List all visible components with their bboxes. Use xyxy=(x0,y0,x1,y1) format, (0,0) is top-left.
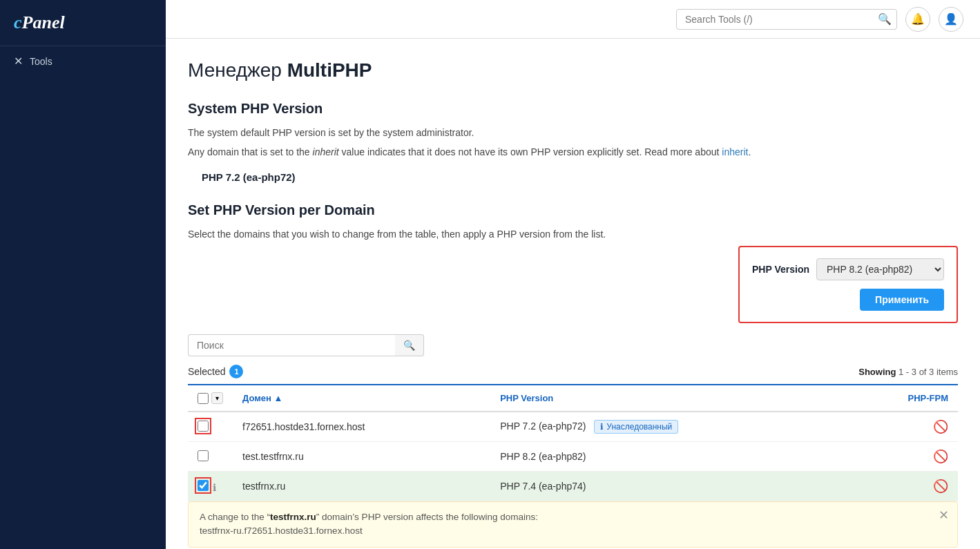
inherit-link[interactable]: inherit xyxy=(722,146,748,157)
system-php-desc1: The system default PHP version is set by… xyxy=(188,125,958,140)
system-php-desc2: Any domain that is set to the inherit va… xyxy=(188,144,958,160)
row1-php: PHP 7.2 (ea-php72) ℹ Унаследованный xyxy=(490,412,849,442)
warning-affected-domains: testfrnx-ru.f72651.hostde31.fornex.host xyxy=(200,526,363,536)
row3-fpm: 🚫 xyxy=(849,472,958,501)
row1-checkbox[interactable] xyxy=(198,421,209,432)
php-version-row: PHP Version PHP 7.2 (ea-php72) PHP 7.4 (… xyxy=(752,258,944,280)
col-check-header: ▾ xyxy=(188,385,233,412)
row1-check-cell xyxy=(188,412,233,442)
row2-fpm: 🚫 xyxy=(849,442,958,472)
row2-php: PHP 8.2 (ea-php82) xyxy=(490,442,849,472)
warning-text-middle: ” domain’s PHP version affects the follo… xyxy=(316,512,538,522)
row3-info-icon: ℹ xyxy=(213,482,216,493)
row1-fpm: 🚫 xyxy=(849,412,958,442)
warning-close-button[interactable]: ✕ xyxy=(939,509,949,521)
sidebar-item-label: Tools xyxy=(30,56,52,67)
fpm-disabled-icon: 🚫 xyxy=(933,479,948,493)
table-search-input[interactable] xyxy=(188,334,395,356)
sidebar-logo: cPanel xyxy=(0,0,166,46)
row3-domain: testfrnx.ru xyxy=(233,472,490,501)
php-version-controls-area: PHP Version PHP 7.2 (ea-php72) PHP 7.4 (… xyxy=(188,246,958,334)
select-all-wrapper: ▾ xyxy=(198,392,223,404)
fpm-disabled-icon: 🚫 xyxy=(933,450,948,463)
table-row: ℹ testfrnx.ru PHP 7.4 (ea-php74) 🚫 xyxy=(188,472,958,501)
row2-checkbox[interactable] xyxy=(198,450,209,461)
row3-checkbox[interactable] xyxy=(198,480,209,491)
tools-icon: ✕ xyxy=(14,55,23,68)
php-version-selector-box: PHP Version PHP 7.2 (ea-php72) PHP 7.4 (… xyxy=(738,246,958,323)
sidebar: cPanel ✕ Tools xyxy=(0,0,166,549)
warning-box: ✕ A change to the “testfrnx.ru” domain’s… xyxy=(188,501,958,548)
bell-icon: 🔔 xyxy=(911,12,925,26)
current-php-version: PHP 7.2 (ea-php72) xyxy=(202,171,958,183)
selected-label-group: Selected 1 xyxy=(188,365,243,378)
php-version-select[interactable]: PHP 7.2 (ea-php72) PHP 7.4 (ea-php74) PH… xyxy=(816,258,944,280)
page-title: Менеджер MultiPHP xyxy=(188,59,958,81)
row3-php: PHP 7.4 (ea-php74) xyxy=(490,472,849,501)
fpm-disabled-icon: 🚫 xyxy=(933,420,948,434)
apply-button[interactable]: Применить xyxy=(860,289,944,311)
domains-table: ▾ Домен ▲ PHP Version PHP-FPM f72651 xyxy=(188,384,958,501)
showing-text: Showing 1 - 3 of 3 items xyxy=(858,367,958,377)
set-php-desc: Select the domains that you wish to chan… xyxy=(188,227,958,242)
inherited-badge: ℹ Унаследованный xyxy=(594,420,678,434)
row2-check-cell xyxy=(188,442,233,472)
search-input[interactable] xyxy=(676,9,897,30)
warning-domain: testfrnx.ru xyxy=(270,512,316,522)
php-version-label: PHP Version xyxy=(752,264,809,275)
table-meta-row: Selected 1 Showing 1 - 3 of 3 items xyxy=(188,365,958,378)
notifications-button[interactable]: 🔔 xyxy=(905,7,930,32)
main-content: Менеджер MultiPHP System PHP Version The… xyxy=(166,39,980,549)
user-menu-button[interactable]: 👤 xyxy=(939,7,963,32)
main-area: 🔍 🔔 👤 Менеджер MultiPHP System PHP Versi… xyxy=(166,0,980,549)
warning-text-prefix: A change to the “ xyxy=(200,512,270,522)
row2-domain: test.testfrnx.ru xyxy=(233,442,490,472)
select-all-checkbox[interactable] xyxy=(198,393,209,404)
selected-count-badge: 1 xyxy=(229,365,243,378)
col-php-header: PHP Version xyxy=(490,385,849,412)
table-search-wrapper: 🔍 xyxy=(188,334,958,356)
domain-sort-label[interactable]: Домен ▲ xyxy=(242,393,282,403)
header: 🔍 🔔 👤 xyxy=(166,0,980,39)
set-php-section-title: Set PHP Version per Domain xyxy=(188,202,958,218)
cpanel-logo-text: cPanel xyxy=(14,12,65,32)
row3-check-cell: ℹ xyxy=(188,472,233,501)
table-row: test.testfrnx.ru PHP 8.2 (ea-php82) 🚫 xyxy=(188,442,958,472)
system-php-section-title: System PHP Version xyxy=(188,101,958,117)
search-icon: 🔍 xyxy=(403,340,415,351)
selected-text: Selected xyxy=(188,366,225,377)
info-icon: ℹ xyxy=(600,422,604,432)
search-submit-button[interactable]: 🔍 xyxy=(878,12,892,26)
search-wrapper: 🔍 xyxy=(676,9,897,30)
select-dropdown-button[interactable]: ▾ xyxy=(211,392,223,404)
table-row: f72651.hostde31.fornex.host PHP 7.2 (ea-… xyxy=(188,412,958,442)
col-domain-header: Домен ▲ xyxy=(233,385,490,412)
table-search-button[interactable]: 🔍 xyxy=(395,334,424,356)
user-icon: 👤 xyxy=(944,12,958,26)
sidebar-item-tools[interactable]: ✕ Tools xyxy=(0,46,166,76)
row1-domain: f72651.hostde31.fornex.host xyxy=(233,412,490,442)
col-fpm-header: PHP-FPM xyxy=(849,385,958,412)
